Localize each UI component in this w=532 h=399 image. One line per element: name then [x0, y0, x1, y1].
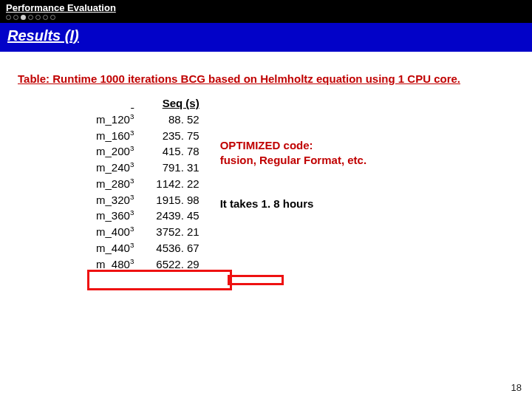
dot-icon [21, 15, 26, 20]
row-value: 415. 78 [156, 143, 199, 160]
row-value: 2439. 45 [156, 208, 199, 224]
highlight-box-arrow [228, 275, 284, 285]
row-value: 791. 31 [156, 160, 199, 176]
section-label: Performance Evaluation [0, 0, 532, 15]
title-band: Results (I) [0, 23, 532, 52]
side-notes: OPTIMIZED code: fusion, Regular Format, … [220, 95, 366, 211]
dot-icon [43, 15, 48, 20]
dot-icon [28, 15, 33, 20]
col-spacer [96, 95, 134, 112]
highlight-box-row [87, 270, 232, 290]
row-value: 4536. 67 [156, 240, 199, 256]
row-label: m_1203 [96, 112, 134, 128]
progress-dots [0, 15, 532, 23]
row-label: m_2003 [96, 143, 134, 160]
row-value: 3752. 21 [156, 224, 199, 240]
row-label: m_4403 [96, 240, 134, 256]
row-label: m_4003 [96, 224, 134, 240]
dot-icon [35, 15, 41, 20]
dot-icon [6, 15, 11, 20]
table-caption: Table: Runtime 1000 iterations BCG based… [0, 52, 532, 95]
row-value: 235. 75 [156, 128, 199, 144]
row-label: m_2403 [96, 160, 134, 176]
row-label: m_2803 [96, 176, 134, 192]
dot-icon [13, 15, 18, 20]
row-value: 6522. 29 [156, 256, 199, 273]
dot-icon [50, 15, 55, 20]
runtime-table: m_1203 m_1603 m_2003 m_2403 m_2803 m_320… [96, 95, 200, 272]
row-value: 88. 52 [156, 112, 199, 128]
time-note: It takes 1. 8 hours [220, 197, 366, 211]
row-label: m_4803 [96, 256, 134, 273]
row-label: m_3203 [96, 192, 134, 208]
value-column: Seq (s) 88. 52 235. 75 415. 78 791. 31 1… [156, 95, 199, 272]
page-number: 18 [511, 382, 522, 393]
optimized-note: OPTIMIZED code: fusion, Regular Format, … [220, 138, 366, 168]
row-label: m_1603 [96, 128, 134, 144]
row-value: 1142. 22 [156, 176, 199, 192]
content-block: m_1203 m_1603 m_2003 m_2403 m_2803 m_320… [0, 95, 532, 272]
row-label: m_3603 [96, 208, 134, 224]
row-value: 1915. 98 [156, 192, 199, 208]
label-column: m_1203 m_1603 m_2003 m_2403 m_2803 m_320… [96, 95, 134, 272]
page-title: Results (I) [7, 27, 79, 44]
col-header: Seq (s) [156, 95, 199, 112]
